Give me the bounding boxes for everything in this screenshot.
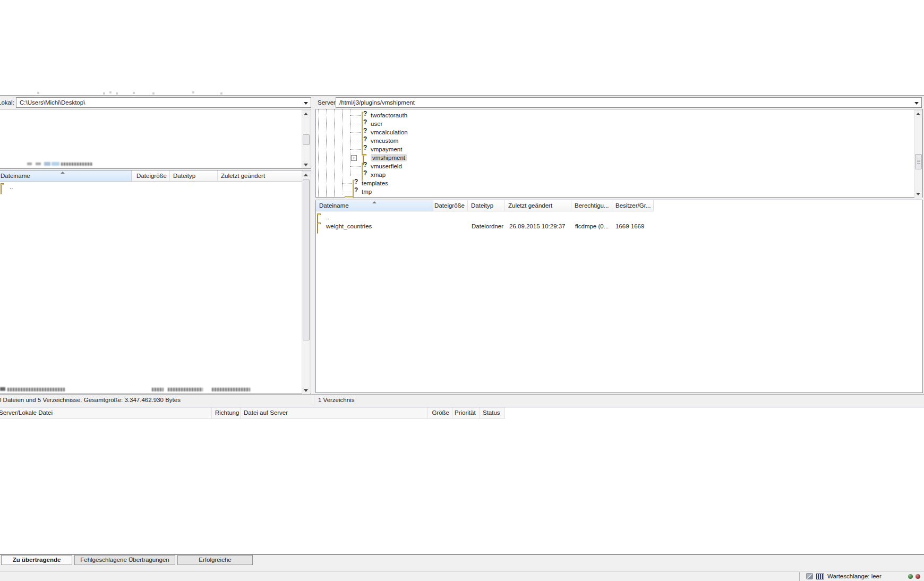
server-tree-panel[interactable]: ? twofactorauth ? user ? vmcalculation ?…	[315, 109, 923, 198]
tree-guide-line	[342, 109, 343, 194]
sort-asc-icon	[61, 172, 65, 174]
tree-item-vmcustom[interactable]: ? vmcustom	[316, 137, 317, 145]
redacted-tree-mark	[27, 163, 32, 165]
local-path-dropdown-icon[interactable]	[304, 102, 308, 105]
queue-column-richtung[interactable]: Richtung	[212, 407, 241, 419]
scrollbar-thumb[interactable]	[915, 154, 922, 169]
tree-guide-line	[334, 109, 335, 197]
server-row-weight-countries[interactable]: weight_countries Dateiordner 26.09.2015 …	[316, 223, 911, 231]
queue-header: Server/Lokale Datei Richtung Datei auf S…	[0, 407, 924, 419]
tree-item-vmcalculation[interactable]: ? vmcalculation	[316, 129, 317, 136]
redacted-file-type	[168, 388, 203, 391]
queue-column-groesse[interactable]: Größe	[428, 407, 452, 419]
server-list-header: Dateiname Dateigröße Dateityp Zuletzt ge…	[316, 200, 922, 211]
tree-item-vmuserfield[interactable]: ? vmuserfield	[316, 163, 317, 170]
tab-erfolgreiche-uebertragungen[interactable]: Erfolgreiche Übertragungen	[177, 555, 253, 565]
queue-column-server-lokale-datei[interactable]: Server/Lokale Datei	[0, 407, 212, 419]
server-path-value: /html/j3/plugins/vmshipment	[339, 99, 415, 106]
server-path-combobox[interactable]: /html/j3/plugins/vmshipment	[336, 97, 922, 108]
folder-icon	[1, 184, 2, 194]
tree-item-templates[interactable]: ? templates	[316, 180, 317, 187]
server-directory-status: 1 Verzeichnis	[318, 397, 354, 403]
server-column-besitzer-gruppe[interactable]: Besitzer/Gr...	[612, 200, 654, 211]
scroll-up-icon[interactable]	[302, 172, 310, 179]
wrench-icon[interactable]	[806, 573, 813, 579]
queue-keypad-icon[interactable]	[816, 574, 824, 579]
server-column-dateigroesse[interactable]: Dateigröße	[433, 200, 468, 211]
local-column-dateiname[interactable]: Dateiname	[0, 170, 132, 182]
queue-tabs-bar: Zu übertragende Dateien Fehlgeschlagene …	[0, 554, 924, 566]
redacted-tree-icon	[44, 162, 50, 166]
sort-asc-icon	[372, 201, 377, 203]
queue-column-prioritaet[interactable]: Priorität	[452, 407, 480, 419]
redacted-file-icon	[0, 387, 5, 391]
scroll-down-icon[interactable]	[914, 190, 922, 198]
local-column-dateityp[interactable]: Dateityp	[170, 170, 218, 182]
statusbar-divider	[314, 395, 314, 406]
scroll-up-icon[interactable]	[302, 110, 310, 118]
scroll-down-icon[interactable]	[302, 387, 310, 394]
server-tree-scrollbar[interactable]	[914, 110, 922, 197]
statusbar-divider	[799, 572, 800, 581]
server-column-berechtigungen[interactable]: Berechtigu...	[571, 200, 612, 211]
local-path-value: C:\Users\Michi\Desktop\	[20, 99, 85, 106]
partial-folder-icon	[345, 196, 353, 198]
server-column-dateityp[interactable]: Dateityp	[468, 200, 505, 211]
tab-fehlgeschlagene-uebertragungen[interactable]: Fehlgeschlagene Übertragungen	[74, 555, 175, 565]
server-path-label: Server:	[318, 99, 337, 106]
cell-besitzer-gruppe: 1669 1669	[615, 223, 653, 229]
tree-guide-line	[318, 109, 319, 197]
local-tree-scrollbar[interactable]	[302, 110, 310, 168]
tree-item-vmshipment[interactable]: vmshipment	[316, 154, 317, 162]
scrollbar-thumb[interactable]	[303, 134, 310, 145]
redacted-tree-mark	[36, 163, 41, 165]
server-row-parent-dir[interactable]: ..	[316, 213, 911, 222]
local-directory-status: 0 Dateien und 5 Verzeichnisse. Gesamtgrö…	[0, 397, 181, 403]
queue-column-status[interactable]: Status	[480, 407, 505, 419]
tree-item-twofactorauth[interactable]: ? twofactorauth	[316, 112, 317, 119]
cell-dateityp: Dateiordner	[472, 223, 504, 229]
redacted-file-size	[152, 388, 164, 391]
folder-icon	[317, 224, 318, 234]
redacted-file-name	[7, 388, 65, 391]
local-path-combobox[interactable]: C:\Users\Michi\Desktop\	[16, 97, 311, 108]
redacted-file-row[interactable]	[0, 386, 297, 392]
transfer-queue-panel[interactable]: Server/Lokale Datei Richtung Datei auf S…	[0, 407, 924, 554]
status-light-red	[916, 574, 920, 579]
local-row-parent-dir[interactable]: ..	[0, 183, 297, 191]
cell-berechtigungen: flcdmpe (0...	[575, 223, 612, 229]
scrollbar-thumb[interactable]	[303, 180, 310, 340]
server-file-list-panel[interactable]: Dateiname Dateigröße Dateityp Zuletzt ge…	[315, 200, 923, 393]
redacted-tree-label	[61, 163, 93, 166]
local-column-zuletzt-geaendert[interactable]: Zuletzt geändert	[218, 170, 303, 182]
server-column-dateiname[interactable]: Dateiname	[316, 200, 433, 211]
window-status-bar: Warteschlange: leer	[0, 571, 924, 581]
redacted-tree-icon	[52, 162, 59, 166]
directory-status-bar: 0 Dateien und 5 Verzeichnisse. Gesamtgrö…	[0, 394, 924, 406]
status-light-green	[908, 574, 913, 579]
cell-zuletzt-geaendert: 26.09.2015 10:29:37	[509, 223, 573, 229]
scroll-up-icon[interactable]	[914, 110, 922, 118]
local-list-scrollbar[interactable]	[302, 171, 310, 394]
redacted-file-date	[212, 388, 250, 391]
local-list-header: Dateiname Dateigröße Dateityp Zuletzt ge…	[0, 170, 311, 182]
queue-body-empty[interactable]	[0, 419, 924, 554]
local-column-dateigroesse[interactable]: Dateigröße	[132, 170, 170, 182]
tree-item-xmap[interactable]: ? xmap	[316, 171, 317, 179]
tree-guide-line	[326, 109, 327, 197]
server-path-dropdown-icon[interactable]	[914, 102, 919, 105]
queue-column-datei-auf-server[interactable]: Datei auf Server	[241, 407, 428, 419]
local-tree-panel[interactable]	[0, 109, 311, 169]
tree-item-vmpayment[interactable]: ? vmpayment	[316, 146, 317, 153]
tab-zu-uebertragende-dateien[interactable]: Zu übertragende Dateien	[1, 555, 72, 565]
local-file-list-panel[interactable]: Dateiname Dateigröße Dateityp Zuletzt ge…	[0, 170, 311, 394]
tree-item-user[interactable]: ? user	[316, 120, 317, 128]
scroll-down-icon[interactable]	[302, 161, 310, 168]
queue-status-text: Warteschlange: leer	[827, 573, 882, 579]
plus-expand-icon[interactable]	[351, 155, 357, 161]
tree-item-tmp[interactable]: ? tmp	[316, 188, 317, 196]
local-path-label: Lokal:	[0, 99, 14, 106]
server-column-zuletzt-geaendert[interactable]: Zuletzt geändert	[505, 200, 571, 211]
